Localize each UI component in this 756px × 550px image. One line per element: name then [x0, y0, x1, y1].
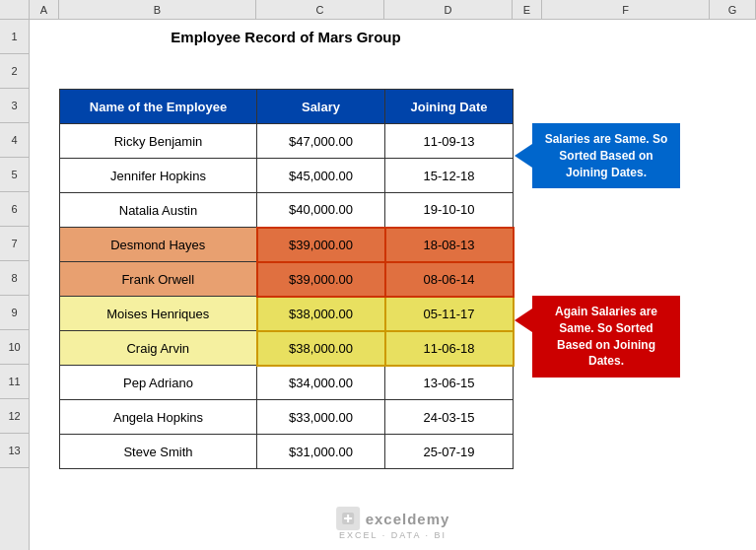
cell-salary: $38,000.00 [257, 297, 385, 331]
table-row: Angela Hopkins$33,000.0024-03-15 [60, 400, 514, 435]
main-area: 1 2 3 4 5 6 7 8 9 10 11 12 13 Employee R… [0, 20, 756, 550]
grid-content: Employee Record of Mars Group Name of th… [30, 20, 756, 550]
employee-table: Name of the Employee Salary Joining Date… [59, 89, 515, 469]
cell-name: Pep Adriano [60, 366, 257, 400]
col-header-g: G [710, 0, 756, 19]
row-num-9: 9 [0, 296, 29, 330]
callout-blue: Salaries are Same. So Sorted Based on Jo… [532, 123, 680, 188]
row-num-10: 10 [0, 330, 29, 365]
cell-salary: $33,000.00 [257, 400, 385, 435]
row-num-3: 3 [0, 89, 29, 123]
spreadsheet: A B C D E F G 1 2 3 4 5 6 7 8 9 10 11 12… [0, 0, 756, 550]
watermark: exceldemy EXCEL · DATA · BI [336, 507, 450, 540]
cell-salary: $45,000.00 [257, 159, 385, 193]
cell-name: Jennifer Hopkins [60, 159, 257, 193]
table-row: Ricky Benjamin$47,000.0011-09-13 [60, 124, 514, 159]
cell-date: 15-12-18 [385, 159, 514, 193]
row-num-2: 2 [0, 54, 29, 89]
cell-date: 13-06-15 [385, 366, 514, 400]
row-num-7: 7 [0, 227, 29, 261]
table-row: Pep Adriano$34,000.0013-06-15 [60, 366, 514, 400]
table-row: Steve Smith$31,000.0025-07-19 [60, 435, 514, 469]
cell-name: Natalia Austin [60, 193, 257, 228]
row-numbers: 1 2 3 4 5 6 7 8 9 10 11 12 13 [0, 20, 30, 550]
col-header-a: A [30, 0, 59, 19]
cell-date: 05-11-17 [385, 297, 514, 331]
cell-date: 11-06-18 [385, 331, 514, 366]
cell-name: Desmond Hayes [60, 228, 257, 262]
watermark-sub: EXCEL · DATA · BI [339, 530, 447, 540]
row-num-8: 8 [0, 261, 29, 296]
row-num-11: 11 [0, 365, 29, 399]
cell-salary: $34,000.00 [257, 366, 385, 400]
cell-name: Steve Smith [60, 435, 257, 469]
svg-rect-2 [347, 515, 349, 522]
col-header-empty [0, 0, 30, 19]
cell-date: 08-06-14 [385, 262, 514, 297]
header-salary: Salary [257, 90, 385, 124]
row-num-12: 12 [0, 399, 29, 434]
col-header-f: F [542, 0, 710, 19]
cell-date: 18-08-13 [385, 228, 514, 262]
table-row: Natalia Austin$40,000.0019-10-10 [60, 193, 514, 228]
cell-name: Frank Orwell [60, 262, 257, 297]
col-header-d: D [384, 0, 513, 19]
header-date: Joining Date [385, 90, 514, 124]
spreadsheet-title: Employee Record of Mars Group [59, 20, 513, 54]
cell-date: 11-09-13 [385, 124, 514, 159]
table-row: Jennifer Hopkins$45,000.0015-12-18 [60, 159, 514, 193]
cell-salary: $38,000.00 [257, 331, 385, 366]
cell-date: 24-03-15 [385, 400, 514, 435]
table-row: Frank Orwell$39,000.0008-06-14 [60, 262, 514, 297]
table-area: Name of the Employee Salary Joining Date… [59, 89, 515, 469]
watermark-icon [336, 507, 360, 530]
row-num-13: 13 [0, 434, 29, 468]
header-name: Name of the Employee [60, 90, 257, 124]
cell-date: 19-10-10 [385, 193, 514, 228]
row-num-4: 4 [0, 123, 29, 158]
row-num-5: 5 [0, 158, 29, 192]
cell-name: Craig Arvin [60, 331, 257, 366]
col-header-c: C [256, 0, 384, 19]
cell-salary: $47,000.00 [257, 124, 385, 159]
cell-salary: $39,000.00 [257, 228, 385, 262]
row-num-6: 6 [0, 192, 29, 227]
table-header-row: Name of the Employee Salary Joining Date [60, 90, 514, 124]
col-headers: A B C D E F G [0, 0, 756, 20]
cell-salary: $40,000.00 [257, 193, 385, 228]
cell-date: 25-07-19 [385, 435, 514, 469]
cell-name: Moises Henriques [60, 297, 257, 331]
col-header-e: E [513, 0, 542, 19]
table-row: Desmond Hayes$39,000.0018-08-13 [60, 228, 514, 262]
row-num-1: 1 [0, 20, 29, 54]
callout-red: Again Salaries are Same. So Sorted Based… [532, 296, 680, 378]
watermark-brand: exceldemy [366, 511, 450, 527]
cell-salary: $39,000.00 [257, 262, 385, 297]
table-row: Craig Arvin$38,000.0011-06-18 [60, 331, 514, 366]
col-header-b: B [59, 0, 256, 19]
watermark-logo: exceldemy [336, 507, 450, 530]
cell-name: Angela Hopkins [60, 400, 257, 435]
table-row: Moises Henriques$38,000.0005-11-17 [60, 297, 514, 331]
cell-salary: $31,000.00 [257, 435, 385, 469]
cell-name: Ricky Benjamin [60, 124, 257, 159]
